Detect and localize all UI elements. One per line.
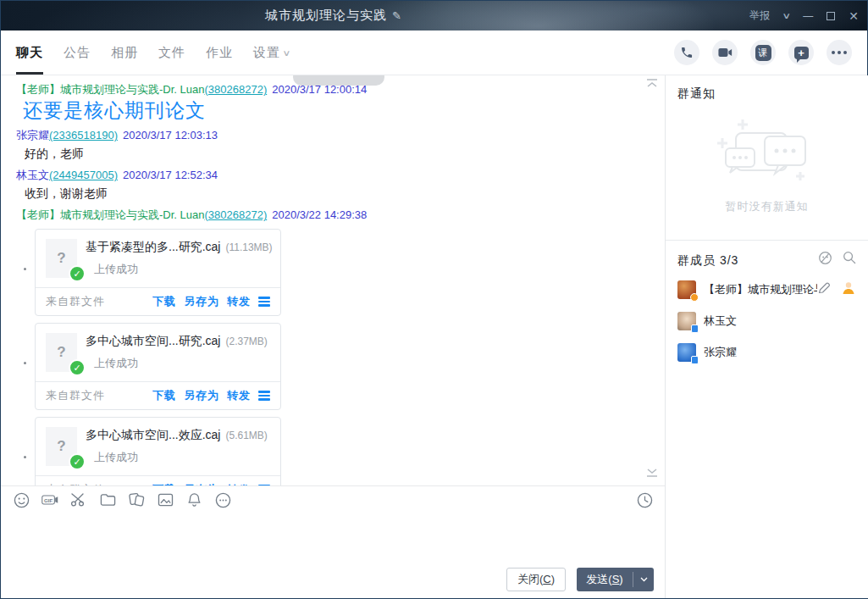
edit-title-icon[interactable]: ✎	[392, 9, 401, 22]
upload-status-text: 上传成功	[94, 356, 268, 371]
message-history-clock-icon[interactable]	[636, 491, 653, 508]
message-time: 2020/3/17 12:52:34	[123, 169, 218, 181]
download-link[interactable]: 下载	[152, 388, 176, 403]
close-window-button[interactable]: ✕	[849, 9, 859, 23]
message-history[interactable]: 【老师】城市规划理论与实践-Dr. Luan(380268272)2020/3/…	[1, 75, 665, 485]
bell-icon[interactable]	[185, 491, 202, 508]
search-members-icon[interactable]	[843, 251, 856, 269]
tab-chat[interactable]: 聊天	[16, 31, 43, 75]
tab-settings[interactable]: 设置∨	[253, 31, 290, 75]
file-card[interactable]: ? ✓ 多中心城市空间...效应.caj(5.61MB) 上传成功 来自群文件	[35, 417, 281, 485]
file-message: ? ✓ 多中心城市空间...研究.caj(2.37MB) 上传成功 来自群文件	[35, 323, 281, 410]
anonymous-chat-icon[interactable]	[818, 251, 832, 269]
sender-uid-link[interactable]: (380268272)	[204, 208, 267, 221]
file-name: 多中心城市空间...效应.caj	[86, 428, 220, 441]
member-profile-icon[interactable]	[841, 280, 856, 299]
tab-album[interactable]: 相册	[111, 31, 138, 75]
voice-call-button[interactable]	[674, 40, 699, 65]
member-row-teacher[interactable]: 【老师】城市规划理论与实践-Dr. Luan	[677, 280, 856, 300]
member-name: 林玉文	[704, 313, 737, 329]
tab-bar: 聊天 公告 相册 文件 作业 设置∨ 课 +	[1, 31, 867, 75]
more-actions-button[interactable]	[827, 40, 852, 65]
forward-link[interactable]: 转发	[227, 294, 251, 309]
titlebar: 城市规划理论与实践 ✎ 举报 ∨ — ✕	[1, 1, 867, 31]
file-message: ? ✓ 多中心城市空间...效应.caj(5.61MB) 上传成功 来自群文件	[35, 417, 281, 485]
file-menu-icon[interactable]	[258, 485, 270, 485]
sender-name: 【老师】城市规划理论与实践-Dr. Luan	[16, 83, 204, 96]
maximize-icon	[827, 12, 835, 20]
message-status-dot	[24, 362, 26, 364]
scroll-to-bottom-icon[interactable]	[646, 466, 658, 481]
chat-footer: 关闭(C) 发送(S)	[1, 560, 665, 598]
shake-window-icon[interactable]	[128, 491, 145, 508]
send-options-button[interactable]	[633, 568, 654, 591]
member-row[interactable]: 林玉文	[677, 311, 856, 331]
report-button[interactable]: 举报	[749, 8, 770, 23]
message-time: 2020/3/22 14:29:38	[272, 208, 367, 221]
upload-success-icon: ✓	[69, 453, 86, 470]
download-link[interactable]: 下载	[152, 294, 176, 309]
send-button[interactable]: 发送(S)	[577, 568, 633, 591]
ellipsis-icon	[832, 51, 847, 54]
message-text: 收到，谢谢老师	[25, 186, 653, 201]
download-link[interactable]: 下载	[152, 482, 176, 485]
qq-group-chat-window: 城市规划理论与实践 ✎ 举报 ∨ — ✕ 聊天 公告 相册 文件 作业 设置∨	[0, 0, 868, 599]
window-title: 城市规划理论与实践	[265, 8, 387, 24]
video-call-button[interactable]	[712, 40, 738, 65]
avatar	[677, 343, 696, 362]
edit-member-card-icon[interactable]	[817, 281, 831, 298]
save-as-link[interactable]: 另存为	[184, 294, 219, 309]
chat-plus-icon: +	[794, 47, 809, 59]
group-notice-title: 群通知	[677, 86, 856, 101]
message-time: 2020/3/17 12:03:13	[123, 129, 218, 141]
file-menu-icon[interactable]	[258, 391, 270, 401]
svg-text:GIF: GIF	[44, 497, 53, 503]
image-icon[interactable]	[157, 491, 174, 508]
sender-name: 林玉文	[16, 169, 49, 181]
tab-homework[interactable]: 作业	[206, 31, 233, 75]
phone-icon	[680, 46, 694, 59]
file-card[interactable]: ? ✓ 基于紧凑型的多...研究.caj(11.13MB) 上传成功 来自群文件	[35, 229, 281, 316]
more-tools-icon[interactable]	[214, 491, 231, 508]
close-button[interactable]: 关闭(C)	[506, 568, 566, 591]
save-as-link[interactable]: 另存为	[184, 482, 219, 485]
chevron-down-icon	[640, 577, 648, 582]
upload-status-text: 上传成功	[94, 262, 270, 277]
message-input[interactable]	[1, 513, 665, 560]
floating-tip-pill[interactable]	[293, 75, 384, 86]
file-size: (2.37MB)	[225, 336, 267, 347]
member-name: 张宗耀	[704, 345, 737, 360]
minimize-button[interactable]: —	[803, 10, 813, 22]
sender-uid-link[interactable]: (2449457005)	[49, 169, 118, 181]
owner-badge-icon	[690, 293, 699, 302]
member-row[interactable]: 张宗耀	[677, 342, 856, 363]
class-icon: 课	[755, 45, 771, 61]
empty-notice-text: 暂时没有新通知	[677, 199, 856, 214]
tab-announcement[interactable]: 公告	[64, 31, 91, 75]
file-source-label: 来自群文件	[46, 482, 105, 485]
file-message: ? ✓ 基于紧凑型的多...研究.caj(11.13MB) 上传成功 来自群文件	[35, 229, 281, 316]
forward-link[interactable]: 转发	[227, 388, 251, 403]
members-count-title: 群成员 3/3	[677, 252, 818, 268]
scroll-to-top-icon[interactable]	[646, 77, 658, 92]
sender-uid-link[interactable]: (2336518190)	[49, 129, 118, 141]
titlebar-dropdown-icon[interactable]: ∨	[782, 11, 791, 20]
mobile-online-badge-icon	[691, 324, 699, 333]
file-card[interactable]: ? ✓ 多中心城市空间...研究.caj(2.37MB) 上传成功 来自群文件	[35, 323, 281, 410]
file-size: (5.61MB)	[225, 430, 267, 441]
class-button[interactable]: 课	[750, 40, 776, 65]
save-as-link[interactable]: 另存为	[184, 388, 219, 403]
member-name: 【老师】城市规划理论与实践-Dr. Luan	[704, 282, 817, 297]
screenshot-scissors-icon[interactable]	[70, 491, 87, 508]
sender-uid-link[interactable]: (380268272)	[204, 83, 267, 96]
file-menu-icon[interactable]	[258, 297, 270, 307]
emoji-icon[interactable]	[13, 491, 30, 508]
gif-icon[interactable]: GIF	[41, 491, 58, 508]
file-source-label: 来自群文件	[46, 388, 105, 403]
create-chat-button[interactable]: +	[788, 40, 814, 65]
input-toolbar: GIF	[1, 485, 665, 513]
tab-files[interactable]: 文件	[158, 31, 185, 75]
folder-icon[interactable]	[99, 491, 116, 508]
forward-link[interactable]: 转发	[227, 482, 251, 485]
maximize-button[interactable]	[827, 12, 835, 20]
